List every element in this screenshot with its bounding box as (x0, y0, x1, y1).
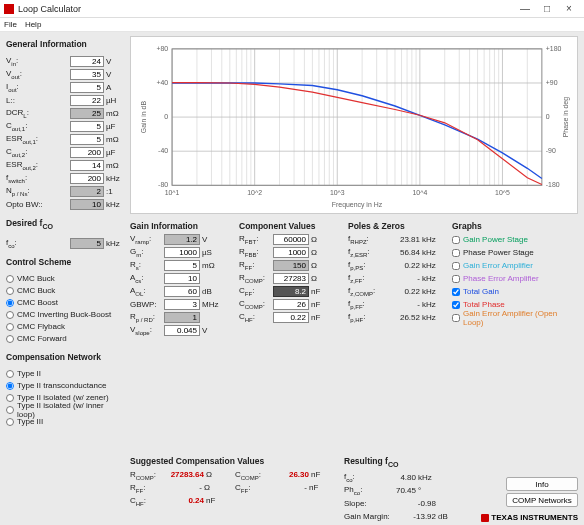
pz-phf-unit: kHz (420, 313, 438, 322)
gain-vslope-input[interactable] (164, 325, 200, 336)
pz-zff-value: - (382, 274, 420, 283)
ctrl-5-radio[interactable] (6, 335, 14, 343)
npns-input[interactable] (70, 186, 104, 197)
svg-text:+40: +40 (156, 79, 168, 86)
ctrl-1[interactable]: CMC Buck (6, 285, 122, 297)
gain-gm-label: Gm: (130, 247, 164, 258)
compv-chf-input[interactable] (273, 312, 309, 323)
compnet-3-radio[interactable] (6, 406, 14, 414)
gain-aol-input[interactable] (164, 286, 200, 297)
iout-input[interactable] (70, 82, 104, 93)
menu-file[interactable]: File (4, 20, 17, 29)
graph-3-checkbox[interactable] (452, 275, 460, 283)
opto-input[interactable] (70, 199, 104, 210)
gain-gbwp-input[interactable] (164, 299, 200, 310)
co1-input[interactable] (70, 121, 104, 132)
graph-1-checkbox[interactable] (452, 249, 460, 257)
compv-rff-label: RFF: (239, 260, 273, 271)
dcr-input[interactable] (70, 108, 104, 119)
ctrl-4[interactable]: CMC Flyback (6, 321, 122, 333)
graph-3[interactable]: Phase Error Amplifier (452, 272, 572, 285)
ctrl-2-label: CMC Boost (17, 298, 58, 307)
pz-phf-value: 26.52 (382, 313, 420, 322)
vout-input[interactable] (70, 69, 104, 80)
graph-3-label: Phase Error Amplifier (463, 274, 539, 283)
menu-help[interactable]: Help (25, 20, 41, 29)
fco-input[interactable] (70, 238, 104, 249)
compv-rfbt-input[interactable] (273, 234, 309, 245)
section-graphs: Graphs (452, 221, 572, 231)
svg-text:Phase in deg: Phase in deg (562, 97, 570, 137)
gain-aol-unit: dB (200, 287, 218, 296)
esr1-unit: mΩ (104, 135, 122, 144)
compv-rfbb-unit: Ω (309, 248, 327, 257)
ctrl-3-radio[interactable] (6, 311, 14, 319)
ctrl-0-label: VMC Buck (17, 274, 55, 283)
res-fco-row: fco: 4.80 kHz (344, 471, 454, 484)
compnet-2-radio[interactable] (6, 394, 14, 402)
compnet-4-radio[interactable] (6, 418, 14, 426)
ctrl-4-radio[interactable] (6, 323, 14, 331)
res-slope-row: Slope:-0.98 (344, 497, 454, 510)
graph-6-checkbox[interactable] (452, 314, 460, 322)
close-button[interactable]: × (558, 3, 580, 14)
compv-rff-input[interactable] (273, 260, 309, 271)
pz-zcomp-value: 0.22 (382, 287, 420, 296)
graph-4-checkbox[interactable] (452, 288, 460, 296)
vout-row: Vout: V (6, 68, 122, 81)
compnet-0[interactable]: Type II (6, 368, 122, 380)
compnet-0-radio[interactable] (6, 370, 14, 378)
co2-input[interactable] (70, 147, 104, 158)
vin-input[interactable] (70, 56, 104, 67)
comp-networks-button[interactable]: COMP Networks (506, 493, 578, 507)
esr2-input[interactable] (70, 160, 104, 171)
minimize-button[interactable]: — (514, 3, 536, 14)
graph-2-checkbox[interactable] (452, 262, 460, 270)
gain-acs-input[interactable] (164, 273, 200, 284)
compv-cff-input[interactable] (273, 286, 309, 297)
graph-2[interactable]: Gain Error Amplifier (452, 259, 572, 272)
graph-2-label: Gain Error Amplifier (463, 261, 533, 270)
compv-rfbb-input[interactable] (273, 247, 309, 258)
ctrl-0-radio[interactable] (6, 275, 14, 283)
ctrl-0[interactable]: VMC Buck (6, 273, 122, 285)
ctrl-3[interactable]: CMC Inverting Buck-Boost (6, 309, 122, 321)
graph-1[interactable]: Phase Power Stage (452, 246, 572, 259)
esr1-input[interactable] (70, 134, 104, 145)
compv-rcomp-input[interactable] (273, 273, 309, 284)
gain-rs-input[interactable] (164, 260, 200, 271)
gain-vramp-input[interactable] (164, 234, 200, 245)
gain-gbwp-unit: MHz (200, 300, 218, 309)
sugg-chf-label: CHF: (130, 496, 164, 507)
graph-4[interactable]: Total Gain (452, 285, 572, 298)
info-button[interactable]: Info (506, 477, 578, 491)
pz-zff-row: fz,FF: - kHz (348, 272, 448, 285)
maximize-button[interactable]: □ (536, 3, 558, 14)
compv-ccomp-label: CCOMP: (239, 299, 273, 310)
left-panel: General Information Vin: V Vout: V Iout:… (0, 32, 128, 525)
compv-rfbt-unit: Ω (309, 235, 327, 244)
gain-rprd-input[interactable] (164, 312, 200, 323)
svg-text:10^5: 10^5 (495, 189, 510, 196)
gain-acs-row: Acs: (130, 272, 235, 285)
gain-gm-input[interactable] (164, 247, 200, 258)
ctrl-1-radio[interactable] (6, 287, 14, 295)
graph-6[interactable]: Gain Error Amplifier (Open Loop) (452, 311, 572, 324)
graph-0[interactable]: Gain Power Stage (452, 233, 572, 246)
L-input[interactable] (70, 95, 104, 106)
compnet-1-radio[interactable] (6, 382, 14, 390)
section-pz: Poles & Zeros (348, 221, 448, 231)
compnet-1[interactable]: Type II transconductance (6, 380, 122, 392)
compv-cff-label: CFF: (239, 286, 273, 297)
compnet-3[interactable]: Type II isolated (w/ inner loop) (6, 404, 122, 416)
ctrl-2-radio[interactable] (6, 299, 14, 307)
fsw-input[interactable] (70, 173, 104, 184)
ctrl-5[interactable]: CMC Forward (6, 333, 122, 345)
section-gain: Gain Information (130, 221, 235, 231)
compv-ccomp-input[interactable] (273, 299, 309, 310)
sugg-rcomp-value: 27283.64 (164, 470, 204, 479)
graph-0-checkbox[interactable] (452, 236, 460, 244)
ctrl-2[interactable]: CMC Boost (6, 297, 122, 309)
graph-5-checkbox[interactable] (452, 301, 460, 309)
graph-1-label: Phase Power Stage (463, 248, 534, 257)
